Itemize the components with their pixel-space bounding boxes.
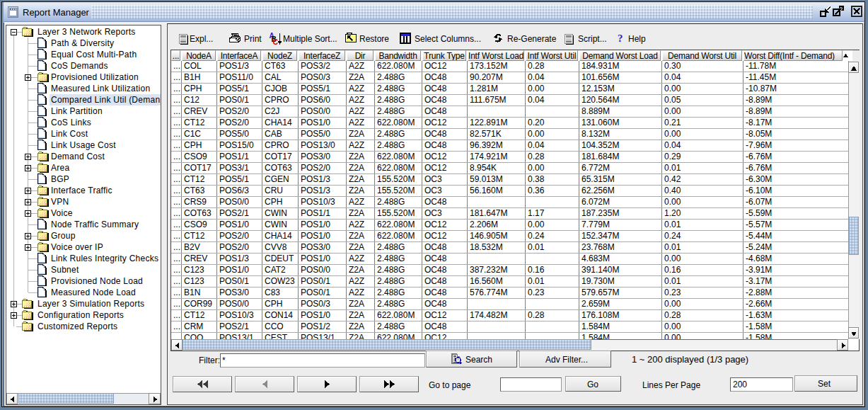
svg-text:C: C <box>273 38 279 45</box>
svg-text:?: ? <box>618 33 623 44</box>
